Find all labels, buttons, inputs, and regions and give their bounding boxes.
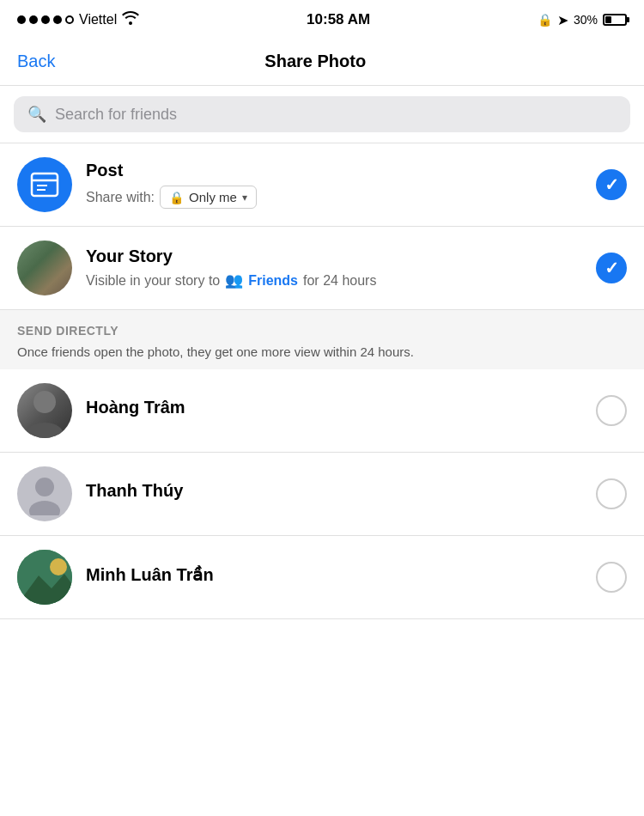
post-icon [28, 168, 61, 201]
post-subtitle: Share with: 🔒 Only me ▾ [86, 186, 582, 209]
send-directly-description: Once friends open the photo, they get on… [17, 343, 627, 362]
audience-selector[interactable]: 🔒 Only me ▾ [160, 186, 257, 209]
status-left: Viettel [17, 11, 139, 28]
lock-icon: 🔒 [169, 191, 184, 204]
navigation-bar: Back Share Photo [0, 38, 644, 86]
thanh-content: Thanh Thúy [86, 481, 582, 506]
signal-dot-3 [41, 15, 50, 24]
post-avatar [17, 157, 72, 212]
svg-point-4 [33, 391, 56, 413]
friend-item-hoang[interactable]: Hoàng Trâm [0, 369, 644, 453]
svg-point-6 [35, 478, 54, 496]
svg-point-7 [29, 501, 60, 515]
person-silhouette-icon [23, 472, 66, 515]
minh-select-circle[interactable] [596, 562, 627, 593]
carrier-label: Viettel [79, 12, 117, 27]
battery-percent: 30% [574, 13, 598, 27]
lock-icon: 🔒 [538, 13, 552, 27]
minh-avatar [17, 550, 72, 605]
status-bar: Viettel 10:58 AM 🔒 ➤ 30% [0, 0, 644, 38]
wifi-icon [122, 11, 139, 28]
post-checkmark[interactable]: ✓ [596, 169, 627, 200]
thanh-name: Thanh Thúy [86, 481, 582, 501]
story-duration-label: for 24 hours [303, 273, 376, 289]
minh-name: Minh Luân Trần [86, 564, 582, 585]
post-item[interactable]: Post Share with: 🔒 Only me ▾ ✓ [0, 143, 644, 227]
hoang-name: Hoàng Trâm [86, 398, 582, 417]
story-content: Your Story Visible in your story to 👥 Fr… [86, 247, 582, 289]
thanh-silhouette [17, 466, 72, 521]
search-bar[interactable]: 🔍 Search for friends [14, 96, 630, 132]
gps-icon: ➤ [557, 12, 568, 28]
checkmark-icon: ✓ [605, 258, 619, 278]
share-with-label: Share with: [86, 190, 155, 205]
story-title: Your Story [86, 247, 582, 266]
story-checkmark[interactable]: ✓ [596, 253, 627, 283]
hoang-avatar [17, 383, 72, 438]
thanh-avatar [17, 466, 72, 521]
friend-item-thanh[interactable]: Thanh Thúy [0, 453, 644, 536]
signal-dots [17, 15, 74, 24]
hoang-silhouette [17, 383, 72, 438]
status-time: 10:58 AM [307, 11, 370, 28]
story-friends-label: Friends [248, 273, 298, 289]
chevron-down-icon: ▾ [242, 192, 247, 204]
minh-scenery-icon [17, 550, 72, 605]
story-visible-label: Visible in your story to [86, 273, 220, 289]
thanh-select-circle[interactable] [596, 478, 627, 509]
page-title: Share Photo [264, 52, 366, 71]
back-button[interactable]: Back [17, 52, 55, 71]
battery-icon [603, 14, 627, 26]
send-directly-section: SEND DIRECTLY Once friends open the phot… [0, 310, 644, 369]
svg-point-9 [50, 558, 67, 575]
checkmark-icon: ✓ [605, 174, 619, 195]
hoang-figure [17, 383, 72, 438]
signal-dot-5 [65, 15, 74, 24]
signal-dot-4 [53, 15, 62, 24]
signal-dot-1 [17, 15, 26, 24]
signal-dot-2 [29, 15, 38, 24]
minh-content: Minh Luân Trần [86, 564, 582, 590]
search-container: 🔍 Search for friends [0, 86, 644, 143]
send-directly-header: SEND DIRECTLY [17, 324, 627, 338]
audience-label: Only me [189, 190, 237, 204]
post-content: Post Share with: 🔒 Only me ▾ [86, 161, 582, 209]
story-subtitle: Visible in your story to 👥 Friends for 2… [86, 271, 582, 289]
story-item[interactable]: Your Story Visible in your story to 👥 Fr… [0, 227, 644, 310]
hoang-select-circle[interactable] [596, 395, 627, 426]
search-icon: 🔍 [27, 105, 46, 124]
story-avatar [17, 241, 72, 295]
search-placeholder: Search for friends [55, 106, 177, 124]
svg-point-5 [26, 423, 64, 438]
hoang-content: Hoàng Trâm [86, 398, 582, 423]
post-title: Post [86, 161, 582, 180]
friend-item-minh[interactable]: Minh Luân Trần [0, 536, 644, 619]
friends-icon: 👥 [225, 271, 243, 289]
status-right: 🔒 ➤ 30% [538, 12, 627, 28]
